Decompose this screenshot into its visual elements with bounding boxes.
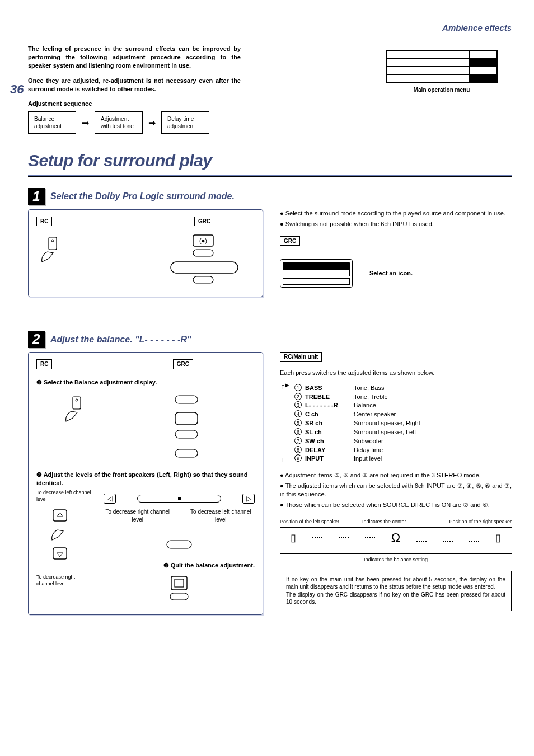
adjustment-sequence: Balance adjustment ➡ Adjustment with tes… xyxy=(28,111,263,134)
svg-rect-4 xyxy=(193,250,213,256)
adjustment-item: 2TREBLE:Tone, Treble xyxy=(294,393,420,401)
rc-main-tag: RC/Main unit xyxy=(280,352,322,362)
svg-text:(●): (●) xyxy=(199,237,207,244)
step-2-number: 2 xyxy=(28,331,45,348)
svg-rect-13 xyxy=(53,510,67,521)
substep-2: ❷ Adjust the levels of the front speaker… xyxy=(36,471,255,487)
svg-rect-7 xyxy=(73,397,81,409)
svg-rect-12 xyxy=(175,449,198,457)
remote-hand-icon xyxy=(60,393,94,461)
adjustment-items-table: 1BASS:Tone, Bass2TREBLE:Tone, Treble3L- … xyxy=(294,384,420,464)
step-1-notes: Select the surround mode according to th… xyxy=(280,209,512,228)
adjustment-item: 8DELAY:Delay time xyxy=(294,446,420,454)
seq-box-balance: Balance adjustment xyxy=(28,111,76,134)
svg-rect-10 xyxy=(175,412,198,425)
balance-setting-label: Indicates the balance setting xyxy=(280,556,512,563)
svg-rect-15 xyxy=(167,541,191,548)
svg-rect-14 xyxy=(53,548,67,559)
svg-rect-9 xyxy=(175,396,198,403)
balance-position-diagram: Position of the left speaker Indicates t… xyxy=(280,518,512,563)
intro-paragraph-2: Once they are adjusted, re-adjustment is… xyxy=(28,77,241,93)
arrow-icon: ➡ xyxy=(148,117,156,129)
intro-paragraph-1: The feeling of presence in the surround … xyxy=(28,45,241,70)
svg-rect-17 xyxy=(175,579,184,587)
substep-1: ❶ Select the Balance adjustment display. xyxy=(36,378,255,387)
rc-tag: RC xyxy=(36,359,52,369)
main-menu-caption: Main operation menu xyxy=(372,86,512,94)
rc-tag: RC xyxy=(36,217,52,227)
adjustment-sequence-label: Adjustment sequence xyxy=(28,100,263,108)
right-speaker-icon: ▯ xyxy=(495,531,501,544)
center-omega-icon: Ω xyxy=(391,529,400,546)
svg-rect-6 xyxy=(193,276,213,283)
grc-buttons-icon xyxy=(142,393,231,461)
select-icon-label: Select an icon. xyxy=(369,269,413,278)
title-rule xyxy=(28,175,512,176)
step-1-panel: RC GRC (●) xyxy=(28,209,263,298)
svg-point-8 xyxy=(76,399,78,401)
svg-point-1 xyxy=(51,240,54,242)
step-2-notes: Adjustment items ⑤, ⑥ and ⑧ are not requ… xyxy=(280,471,512,509)
adjustment-item: 9INPUT:Input level xyxy=(294,454,420,463)
arrow-icon: ➡ xyxy=(82,117,89,129)
adjustment-item: 5SR ch:Surround speaker, Right xyxy=(294,419,420,428)
adjustment-item: 3L- - - - - - -R:Balance xyxy=(294,401,420,410)
adjustment-item: 4C ch:Center speaker xyxy=(294,410,420,419)
balance-slider-icon xyxy=(137,495,221,503)
grc-tag: GRC xyxy=(173,359,193,369)
dec-right-caption: To decrease right channel level xyxy=(36,574,92,587)
section-title: Ambience effects xyxy=(442,23,512,32)
svg-rect-11 xyxy=(175,430,198,438)
section-header: Ambience effects xyxy=(28,22,512,34)
each-press-text: Each press switches the adjusted items a… xyxy=(280,369,512,377)
svg-rect-5 xyxy=(171,262,238,273)
quit-button-icon xyxy=(104,574,255,602)
grc-menu-icon xyxy=(280,259,353,288)
step-1-title: Select the Dolby Pro Logic surround mode… xyxy=(50,190,235,203)
adjustment-item: 1BASS:Tone, Bass xyxy=(294,384,420,392)
seq-box-delay: Delay time adjustment xyxy=(161,111,209,134)
dec-left-label: To decrease left channel level xyxy=(187,508,255,523)
grc-tag: GRC xyxy=(194,217,214,227)
adjustment-item: 6SL ch:Surround speaker, Left xyxy=(294,428,420,436)
grc-tag: GRC xyxy=(280,236,300,246)
remote-hand-icon xyxy=(36,234,70,267)
dec-right-label: To decrease right channel level xyxy=(104,508,172,523)
substep-3: ❸ Quit the balance adjustment. xyxy=(104,561,255,570)
step-2-title: Adjust the balance. "L- - - - - - -R" xyxy=(50,334,191,346)
step-2-panel: RC GRC ❶ Select the Balance adjustment d… xyxy=(28,352,263,615)
seq-box-testtone: Adjustment with test tone xyxy=(95,111,143,134)
prev-icon: ◁ xyxy=(104,494,116,504)
svg-rect-16 xyxy=(171,576,187,590)
left-speaker-icon: ▯ xyxy=(291,531,296,544)
grc-button-icon xyxy=(104,539,255,550)
next-icon: ▷ xyxy=(242,494,255,504)
svg-rect-0 xyxy=(49,237,57,250)
timeout-note-box: If no key on the main unit has been pres… xyxy=(280,571,512,611)
dec-left-caption: To decrease left channel level xyxy=(36,489,92,503)
main-menu-diagram: Main operation menu xyxy=(372,50,512,94)
page-title: Setup for surround play xyxy=(28,149,512,172)
step-1-number: 1 xyxy=(28,188,45,205)
grc-surround-icon: (●) xyxy=(154,234,255,284)
page-number: 36 xyxy=(10,81,24,98)
svg-rect-18 xyxy=(170,593,188,600)
remote-updown-icon xyxy=(36,508,92,569)
adjustment-item: 7SW ch:Subwoofer xyxy=(294,437,420,445)
